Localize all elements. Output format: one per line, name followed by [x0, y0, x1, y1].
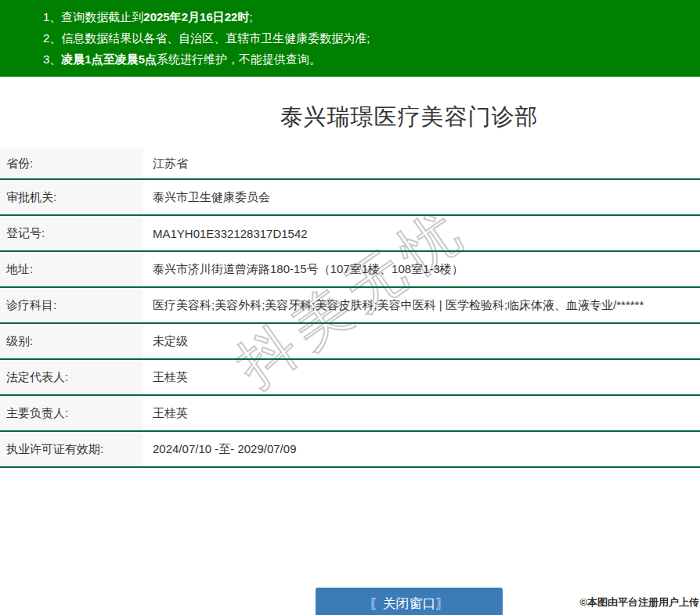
- row-label: 执业许可证有效期:: [0, 432, 143, 466]
- row-label: 审批机关:: [0, 180, 143, 214]
- row-value: 2024/07/10 -至- 2029/07/09: [143, 432, 700, 466]
- row-value: 泰兴市济川街道曾涛路180-15号（107室1楼、108室1-3楼）: [143, 252, 700, 286]
- table-row-address: 地址: 泰兴市济川街道曾涛路180-15号（107室1楼、108室1-3楼）: [0, 252, 700, 288]
- notice-number: 2、: [43, 31, 61, 45]
- table-row-main-person-in-charge: 主要负责人: 王桂英: [0, 396, 700, 432]
- notice-number: 3、: [43, 52, 61, 66]
- notice-line-2: 2、信息数据结果以各省、自治区、直辖市卫生健康委数据为准;: [0, 27, 700, 49]
- table-row-registration-number: 登记号: MA1YH01E332128317D1542: [0, 216, 700, 252]
- notice-line-1: 1、查询数据截止到2025年2月16日22时;: [0, 6, 700, 27]
- row-value: 江苏省: [143, 149, 700, 178]
- table-row-license-validity: 执业许可证有效期: 2024/07/10 -至- 2029/07/09: [0, 432, 700, 468]
- notice-text: 查询数据截止到: [61, 10, 143, 23]
- notice-number: 1、: [43, 10, 61, 23]
- row-label: 登记号:: [0, 216, 143, 250]
- row-label: 主要负责人:: [0, 396, 143, 430]
- notice-bold-text: 凌晨1点至凌晨5点: [61, 52, 157, 66]
- row-value: 医疗美容科;美容外科;美容牙科;美容皮肤科;美容中医科 | 医学检验科;临床体液…: [143, 288, 700, 322]
- table-row-approval-authority: 审批机关: 泰兴市卫生健康委员会: [0, 180, 700, 216]
- content-area: 1、查询数据截止到2025年2月16日22时; 2、信息数据结果以各省、自治区、…: [0, 0, 700, 615]
- page: 抖美无忧 1、查询数据截止到2025年2月16日22时; 2、信息数据结果以各省…: [0, 0, 700, 615]
- row-value: 王桂英: [143, 360, 700, 394]
- row-value: 王桂英: [143, 396, 700, 430]
- notice-line-3: 3、凌晨1点至凌晨5点系统进行维护，不能提供查询。: [0, 49, 700, 70]
- notice-text: 系统进行维护，不能提供查询。: [157, 52, 321, 66]
- row-value: 未定级: [143, 324, 700, 358]
- row-value: MA1YH01E332128317D1542: [143, 216, 700, 250]
- notice-bold-text: 2025年2月16日22时: [143, 10, 249, 23]
- row-value: 泰兴市卫生健康委员会: [143, 180, 700, 214]
- row-label: 省份:: [0, 149, 143, 178]
- notice-text: ;: [249, 10, 252, 23]
- page-title: 泰兴瑞璟医疗美容门诊部: [0, 77, 700, 133]
- row-label: 地址:: [0, 252, 143, 286]
- close-window-button[interactable]: 〖关闭窗口〗: [316, 588, 503, 615]
- row-label: 法定代表人:: [0, 360, 143, 394]
- table-row-province: 省份: 江苏省: [0, 149, 700, 180]
- table-row-legal-representative: 法定代表人: 王桂英: [0, 360, 700, 396]
- table-row-treatment-subjects: 诊疗科目: 医疗美容科;美容外科;美容牙科;美容皮肤科;美容中医科 | 医学检验…: [0, 288, 700, 324]
- row-label: 级别:: [0, 324, 143, 358]
- row-label: 诊疗科目:: [0, 288, 143, 322]
- copyright-stamp: ©本图由平台注册用户上传: [579, 595, 699, 610]
- notice-banner: 1、查询数据截止到2025年2月16日22时; 2、信息数据结果以各省、自治区、…: [0, 0, 700, 77]
- details-table: 省份: 江苏省 审批机关: 泰兴市卫生健康委员会 登记号: MA1YH01E33…: [0, 149, 700, 468]
- title-section: 泰兴瑞璟医疗美容门诊部: [0, 77, 700, 133]
- table-row-level: 级别: 未定级: [0, 324, 700, 360]
- notice-text: 信息数据结果以各省、自治区、直辖市卫生健康委数据为准;: [61, 31, 370, 45]
